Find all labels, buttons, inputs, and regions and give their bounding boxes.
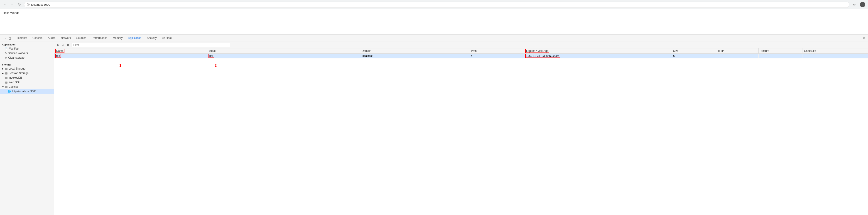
forward-button[interactable]: → bbox=[9, 2, 15, 7]
sidebar-item-manifest[interactable]: 📄 Manifest bbox=[0, 46, 54, 51]
table-row-empty: 1 2 bbox=[54, 58, 868, 149]
col-header-http: HTTP bbox=[715, 48, 758, 54]
empty-space: 1 2 bbox=[54, 58, 868, 149]
panel-toolbar: ↻ ○ ✕ bbox=[54, 42, 868, 48]
main-panel: ↻ ○ ✕ Name Value Domain Path bbox=[54, 42, 868, 215]
clear-button[interactable]: ○ bbox=[61, 43, 65, 47]
col-header-name: Name bbox=[54, 48, 207, 54]
cookie-table-header: Name Value Domain Path Expires / Max-Age… bbox=[54, 48, 868, 54]
close-devtools-icon[interactable]: ✕ bbox=[862, 35, 866, 41]
sidebar-session-storage-label: Session Storage bbox=[9, 72, 29, 75]
page-content: Hello World! bbox=[0, 9, 868, 34]
devtools-body: Application 📄 Manifest ⚙ Service Workers… bbox=[0, 42, 868, 215]
sidebar-session-storage[interactable]: ► ◫ Session Storage bbox=[0, 71, 54, 76]
reload-button[interactable]: ↻ bbox=[17, 2, 22, 7]
hello-world-text: Hello World! bbox=[3, 11, 19, 15]
sidebar-cookie-localhost[interactable]: 🌐 http://localhost:3000 bbox=[0, 89, 54, 93]
cell-size: 6 bbox=[671, 54, 715, 58]
more-options-icon[interactable]: ⋮ bbox=[857, 35, 861, 41]
tab-adblock[interactable]: AdBlock bbox=[159, 35, 175, 42]
cell-name: foo bbox=[54, 54, 207, 58]
annotation-2: 2 bbox=[215, 64, 217, 68]
sidebar-websql-label: Web SQL bbox=[9, 81, 21, 84]
clear-storage-icon: 🗑 bbox=[4, 56, 7, 59]
tab-console[interactable]: Console bbox=[30, 35, 45, 42]
header-row: Name Value Domain Path Expires / Max-Age… bbox=[54, 48, 868, 54]
col-header-samesite: SameSite bbox=[802, 48, 868, 54]
cookie-child-icon: 🌐 bbox=[8, 90, 11, 93]
service-workers-icon: ⚙ bbox=[4, 52, 7, 55]
lock-icon: ⓘ bbox=[27, 3, 30, 7]
cookies-icon: ◫ bbox=[5, 85, 7, 88]
tab-performance[interactable]: Performance bbox=[89, 35, 110, 42]
sidebar-item-clear-storage[interactable]: 🗑 Clear storage bbox=[0, 55, 54, 60]
col-header-path: Path bbox=[469, 48, 524, 54]
back-button[interactable]: ← bbox=[2, 2, 8, 7]
cell-http bbox=[715, 54, 758, 58]
session-storage-arrow: ► bbox=[2, 72, 4, 75]
manifest-icon: 📄 bbox=[4, 47, 8, 50]
sidebar-divider bbox=[0, 60, 54, 62]
profile-button[interactable] bbox=[859, 1, 866, 8]
cell-samesite bbox=[802, 54, 868, 58]
bookmark-button[interactable]: ☆ bbox=[851, 1, 858, 8]
avatar bbox=[860, 2, 865, 7]
sidebar-cookies[interactable]: ▼ ◫ Cookies bbox=[0, 84, 54, 89]
url-text: localhost:3000 bbox=[31, 3, 50, 6]
annotation-1: 1 bbox=[119, 64, 121, 68]
websql-icon: ◫ bbox=[5, 81, 7, 84]
name-value-outline: foo bbox=[56, 54, 61, 57]
inspect-icon[interactable]: ▭ bbox=[2, 36, 7, 41]
filter-input[interactable] bbox=[71, 43, 230, 47]
tab-network[interactable]: Network bbox=[58, 35, 73, 42]
sidebar-manifest-label: Manifest bbox=[9, 47, 19, 50]
local-storage-icon: ◫ bbox=[5, 67, 7, 70]
tab-sources[interactable]: Sources bbox=[73, 35, 89, 42]
devtools-icon-group: ▭ ◻ bbox=[2, 36, 12, 41]
sidebar-indexeddb[interactable]: ► ◫ IndexedDB bbox=[0, 76, 54, 80]
sidebar-local-storage-label: Local Storage bbox=[9, 67, 25, 70]
cell-expires: 1969-12-31T23:59:59.000Z bbox=[524, 54, 671, 58]
sidebar: Application 📄 Manifest ⚙ Service Workers… bbox=[0, 42, 54, 215]
browser-toolbar: ← → ↻ ⓘ localhost:3000 ☆ bbox=[0, 0, 868, 9]
col-header-value: Value bbox=[207, 48, 360, 54]
sidebar-clear-storage-label: Clear storage bbox=[8, 56, 25, 59]
cell-value: bar bbox=[207, 54, 360, 58]
indexeddb-icon: ◫ bbox=[5, 76, 7, 79]
cookies-arrow: ▼ bbox=[2, 86, 4, 88]
cell-secure bbox=[758, 54, 802, 58]
address-bar[interactable]: ⓘ localhost:3000 bbox=[24, 2, 849, 8]
sidebar-cookie-localhost-label: http://localhost:3000 bbox=[12, 90, 36, 93]
cookie-table: Name Value Domain Path Expires / Max-Age… bbox=[54, 48, 868, 149]
devtools-more-options: ⋮ ✕ bbox=[857, 35, 866, 41]
delete-button[interactable]: ✕ bbox=[66, 43, 70, 47]
sidebar-item-service-workers[interactable]: ⚙ Service Workers bbox=[0, 51, 54, 55]
col-header-size: Size bbox=[671, 48, 715, 54]
annotation-container: 1 2 bbox=[56, 59, 866, 149]
table-row[interactable]: foo bar localhost / 1969-12-31T23:59:59.… bbox=[54, 54, 868, 58]
value-value-outline: bar bbox=[209, 54, 214, 57]
sidebar-cookies-label: Cookies bbox=[9, 85, 19, 88]
name-col-outline: Name bbox=[56, 49, 64, 53]
col-header-secure: Secure bbox=[758, 48, 802, 54]
devtools-tabs: ▭ ◻ Elements Console Audits Network Sour… bbox=[0, 34, 868, 42]
cookie-table-container: Name Value Domain Path Expires / Max-Age… bbox=[54, 48, 868, 215]
sidebar-local-storage[interactable]: ► ◫ Local Storage bbox=[0, 66, 54, 71]
sidebar-storage-title: Storage bbox=[0, 62, 54, 66]
col-header-domain: Domain bbox=[360, 48, 469, 54]
expires-value-outline: 1969-12-31T23:59:59.000Z bbox=[526, 54, 560, 57]
tab-audits[interactable]: Audits bbox=[45, 35, 58, 42]
tab-security[interactable]: Security bbox=[144, 35, 159, 42]
cookie-table-body: foo bar localhost / 1969-12-31T23:59:59.… bbox=[54, 54, 868, 149]
device-icon[interactable]: ◻ bbox=[7, 36, 12, 41]
browser-chrome: ← → ↻ ⓘ localhost:3000 ☆ bbox=[0, 0, 868, 9]
session-storage-icon: ◫ bbox=[5, 72, 7, 75]
expires-col-outline: Expires / Max-Age bbox=[526, 49, 549, 53]
col-header-expires: Expires / Max-Age bbox=[524, 48, 671, 54]
local-storage-arrow: ► bbox=[2, 68, 4, 70]
tab-memory[interactable]: Memory bbox=[110, 35, 125, 42]
tab-elements[interactable]: Elements bbox=[13, 35, 30, 42]
sidebar-websql[interactable]: ► ◫ Web SQL bbox=[0, 80, 54, 84]
refresh-button[interactable]: ↻ bbox=[56, 43, 60, 47]
tab-application[interactable]: Application bbox=[125, 35, 144, 42]
